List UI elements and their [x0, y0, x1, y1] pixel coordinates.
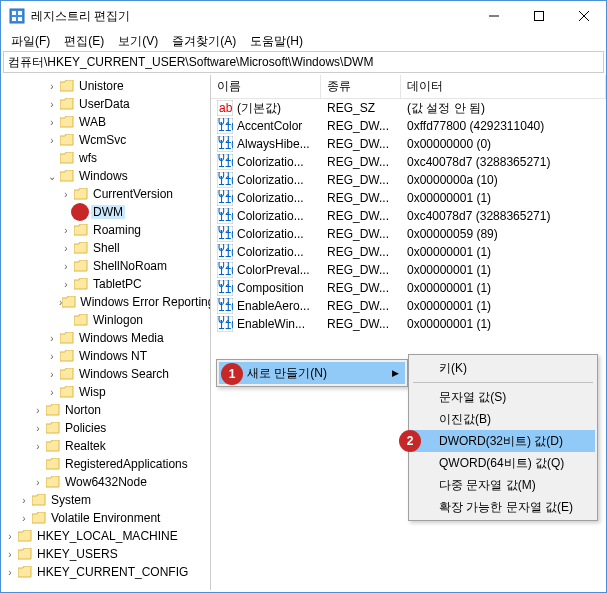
context-item-multistring[interactable]: 다중 문자열 값(M) [411, 474, 595, 496]
address-bar[interactable]: 컴퓨터\HKEY_CURRENT_USER\Software\Microsoft… [3, 51, 604, 73]
tree-item[interactable]: ›HKEY_USERS [3, 545, 208, 563]
expander-icon[interactable]: › [45, 135, 59, 146]
context-item-expandstring-label: 확장 가능한 문자열 값(E) [439, 499, 573, 516]
expander-icon[interactable]: › [31, 477, 45, 488]
expander-icon[interactable]: › [59, 279, 73, 290]
list-row[interactable]: 011110Colorizatio...REG_DW...0xc40078d7 … [211, 153, 606, 171]
menu-favorites[interactable]: 즐겨찾기(A) [166, 31, 242, 52]
tree-item[interactable]: ›Windows Media [3, 329, 208, 347]
expander-icon[interactable]: › [45, 351, 59, 362]
expander-icon[interactable]: › [17, 513, 31, 524]
context-item-expandstring[interactable]: 확장 가능한 문자열 값(E) [411, 496, 595, 518]
tree-item[interactable]: ›Windows Search [3, 365, 208, 383]
folder-icon [59, 79, 75, 93]
tree-item[interactable]: Winlogon [3, 311, 208, 329]
expander-icon[interactable]: › [59, 189, 73, 200]
expander-icon[interactable]: › [3, 531, 17, 542]
list-row[interactable]: 011110AccentColorREG_DW...0xffd77800 (42… [211, 117, 606, 135]
menu-help[interactable]: 도움말(H) [244, 31, 309, 52]
tree-item[interactable]: ›Shell [3, 239, 208, 257]
context-item-qword[interactable]: QWORD(64비트) 값(Q) [411, 452, 595, 474]
tree-item-label: Roaming [91, 223, 143, 237]
list-row[interactable]: 011110EnableAero...REG_DW...0x00000001 (… [211, 297, 606, 315]
expander-icon[interactable]: › [45, 387, 59, 398]
context-item-new[interactable]: 새로 만들기(N) ▶ [219, 362, 405, 384]
list-row[interactable]: 011110Colorizatio...REG_DW...0x00000059 … [211, 225, 606, 243]
tree-item[interactable]: ›Wisp [3, 383, 208, 401]
tree-item[interactable]: ›Volatile Environment [3, 509, 208, 527]
value-type: REG_DW... [321, 172, 401, 188]
minimize-button[interactable] [471, 1, 516, 31]
expander-icon[interactable]: ⌄ [45, 171, 59, 182]
tree-item[interactable]: ›UserData [3, 95, 208, 113]
list-row[interactable]: ab(기본값)REG_SZ(값 설정 안 됨) [211, 99, 606, 117]
tree-view[interactable]: ›Unistore›UserData›WAB›WcmSvcwfs⌄Windows… [3, 77, 208, 581]
tree-pane[interactable]: ›Unistore›UserData›WAB›WcmSvcwfs⌄Windows… [1, 75, 211, 590]
expander-icon[interactable]: › [45, 333, 59, 344]
list-pane[interactable]: 이름 종류 데이터 ab(기본값)REG_SZ(값 설정 안 됨)011110A… [211, 75, 606, 590]
tree-item[interactable]: wfs [3, 149, 208, 167]
value-data: 0x00000059 (89) [401, 226, 606, 242]
tree-item[interactable]: ›WcmSvc [3, 131, 208, 149]
expander-icon[interactable]: › [3, 567, 17, 578]
binary-value-icon: 011110 [217, 280, 233, 296]
expander-icon[interactable]: › [59, 243, 73, 254]
maximize-button[interactable] [516, 1, 561, 31]
header-type[interactable]: 종류 [321, 75, 401, 99]
tree-item-label: System [49, 493, 93, 507]
expander-icon[interactable]: › [31, 405, 45, 416]
tree-item-label: WAB [77, 115, 108, 129]
list-row[interactable]: 011110Colorizatio...REG_DW...0x00000001 … [211, 243, 606, 261]
list-row[interactable]: 011110Colorizatio...REG_DW...0x0000000a … [211, 171, 606, 189]
svg-rect-6 [534, 12, 543, 21]
list-row[interactable]: 011110ColorPreval...REG_DW...0x00000001 … [211, 261, 606, 279]
list-row[interactable]: 011110CompositionREG_DW...0x00000001 (1) [211, 279, 606, 297]
list-row[interactable]: 011110Colorizatio...REG_DW...0xc40078d7 … [211, 207, 606, 225]
tree-item[interactable]: ›ShellNoRoam [3, 257, 208, 275]
tree-item[interactable]: ⌄Windows [3, 167, 208, 185]
tree-item[interactable]: ›Policies [3, 419, 208, 437]
tree-item[interactable]: ›Windows NT [3, 347, 208, 365]
expander-icon[interactable]: › [31, 441, 45, 452]
header-data[interactable]: 데이터 [401, 75, 606, 99]
header-name[interactable]: 이름 [211, 75, 321, 99]
tree-item-label: Windows Media [77, 331, 166, 345]
red-dot-marker [71, 203, 89, 221]
tree-item[interactable]: RegisteredApplications [3, 455, 208, 473]
tree-item[interactable]: ›Windows Error Reporting [3, 293, 208, 311]
context-item-dword[interactable]: 2 DWORD(32비트) 값(D) [411, 430, 595, 452]
expander-icon[interactable]: › [31, 423, 45, 434]
tree-item[interactable]: ›Roaming [3, 221, 208, 239]
tree-item[interactable]: ›CurrentVersion [3, 185, 208, 203]
tree-item[interactable]: ›Norton [3, 401, 208, 419]
list-row[interactable]: 011110AlwaysHibe...REG_DW...0x00000000 (… [211, 135, 606, 153]
expander-icon[interactable]: › [59, 261, 73, 272]
menu-view[interactable]: 보기(V) [112, 31, 164, 52]
tree-item[interactable]: ›Wow6432Node [3, 473, 208, 491]
tree-item[interactable]: ›HKEY_LOCAL_MACHINE [3, 527, 208, 545]
menu-file[interactable]: 파일(F) [5, 31, 56, 52]
list-row[interactable]: 011110Colorizatio...REG_DW...0x00000001 … [211, 189, 606, 207]
tree-item[interactable]: ›Realtek [3, 437, 208, 455]
tree-item[interactable]: ›System [3, 491, 208, 509]
expander-icon[interactable]: › [17, 495, 31, 506]
expander-icon[interactable]: › [45, 99, 59, 110]
menu-edit[interactable]: 편집(E) [58, 31, 110, 52]
expander-icon[interactable]: › [45, 117, 59, 128]
context-item-key[interactable]: 키(K) [411, 357, 595, 379]
tree-item[interactable]: ›Unistore [3, 77, 208, 95]
folder-icon [59, 97, 75, 111]
close-button[interactable] [561, 1, 606, 31]
tree-item[interactable]: ›WAB [3, 113, 208, 131]
expander-icon[interactable]: › [45, 81, 59, 92]
expander-icon[interactable]: › [59, 225, 73, 236]
tree-item[interactable]: DWM [3, 203, 208, 221]
expander-icon[interactable]: › [3, 549, 17, 560]
tree-item[interactable]: ›TabletPC [3, 275, 208, 293]
context-item-binary[interactable]: 이진값(B) [411, 408, 595, 430]
expander-icon[interactable]: › [45, 369, 59, 380]
context-item-string[interactable]: 문자열 값(S) [411, 386, 595, 408]
folder-icon [45, 475, 61, 489]
tree-item[interactable]: ›HKEY_CURRENT_CONFIG [3, 563, 208, 581]
list-row[interactable]: 011110EnableWin...REG_DW...0x00000001 (1… [211, 315, 606, 333]
